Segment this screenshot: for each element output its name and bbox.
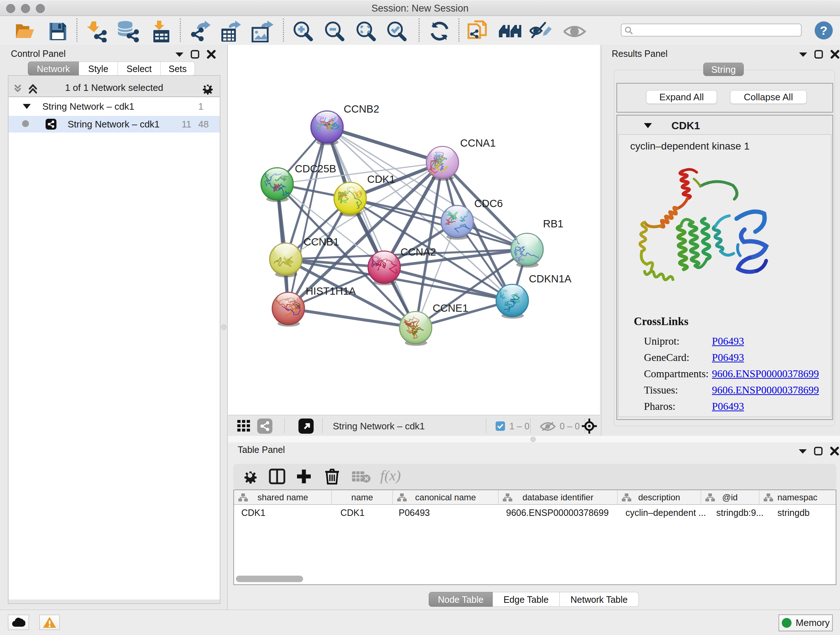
svg-text:CCNA2: CCNA2 — [401, 246, 436, 258]
svg-text:CDKN1A: CDKN1A — [529, 273, 572, 285]
svg-text:RB1: RB1 — [543, 218, 563, 230]
svg-text:HIST1H1A: HIST1H1A — [306, 285, 356, 297]
svg-text:CCNE1: CCNE1 — [433, 302, 468, 314]
svg-text:CCNB1: CCNB1 — [303, 236, 339, 248]
svg-text:CDK1: CDK1 — [367, 173, 395, 185]
svg-text:CCNA1: CCNA1 — [460, 137, 496, 149]
svg-text:CDC6: CDC6 — [474, 198, 503, 209]
svg-text:CDC25B: CDC25B — [295, 163, 336, 174]
svg-text:CCNB2: CCNB2 — [344, 103, 379, 115]
